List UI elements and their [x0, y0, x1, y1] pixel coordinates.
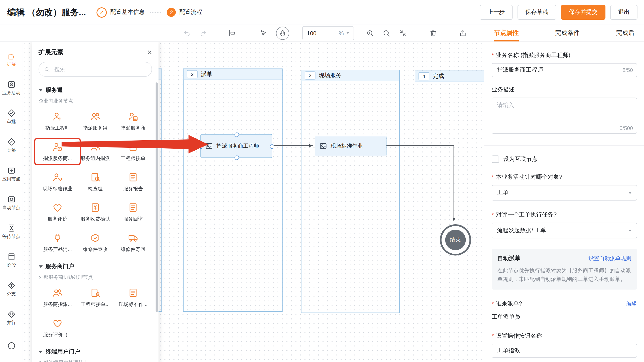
extension-item[interactable]: 指派服务商...: [39, 142, 76, 162]
extension-item[interactable]: 工程师接单: [114, 142, 152, 162]
panel-title: 扩展元素: [39, 48, 63, 56]
node-handle-right[interactable]: [270, 144, 274, 149]
section-title: 服务商门户: [46, 263, 74, 270]
sidebar-item[interactable]: 自动节点: [0, 188, 22, 217]
section-header[interactable]: 服务通: [39, 86, 152, 94]
step-done-check-icon[interactable]: ✓: [97, 7, 107, 17]
section-header[interactable]: 终端用户门户: [39, 348, 152, 356]
step-label-flow-config[interactable]: 配置流程: [179, 9, 202, 16]
export-icon[interactable]: [457, 27, 469, 39]
sidebar-item[interactable]: 扩展: [0, 45, 22, 73]
extension-item-label: 工程师接单...: [81, 301, 110, 308]
extension-item[interactable]: 服务收费确认: [76, 202, 114, 223]
button-name-label: *设置操作按钮名称: [492, 332, 637, 340]
flow-node-assign-provider-engineer[interactable]: 指派服务商工程师: [200, 134, 272, 158]
extension-item[interactable]: 服务商指派...: [39, 288, 76, 308]
undo-icon[interactable]: [181, 27, 193, 39]
which-ticket-select[interactable]: 流程发起数据/ 工单: [492, 223, 637, 238]
extension-item-icon: [52, 142, 63, 152]
zoom-control[interactable]: 100 %: [302, 26, 354, 40]
sidebar-item[interactable]: 审批: [0, 102, 22, 131]
previous-step-button[interactable]: 上一步: [480, 5, 513, 20]
extension-item[interactable]: 工程师接单...: [76, 288, 114, 308]
flow-node-end[interactable]: 结束: [440, 224, 471, 255]
search-input[interactable]: [54, 66, 147, 73]
auto-dispatch-rule-link[interactable]: 设置自动派单规则: [588, 255, 631, 262]
extension-item-icon: [90, 202, 101, 213]
extension-item-label: 服务报告: [123, 185, 143, 192]
extension-item[interactable]: 服务组内指派: [76, 142, 114, 162]
extension-item-label: 服务评价（...: [43, 331, 72, 338]
save-submit-button[interactable]: 保存并提交: [561, 5, 605, 20]
target-object-select[interactable]: 工单: [492, 185, 637, 201]
inspector-tab[interactable]: 节点属性: [494, 24, 519, 41]
extension-item[interactable]: 现场标准作业: [39, 172, 76, 192]
step-indicator: ✓ 配置基本信息 2 配置流程: [97, 7, 202, 17]
extension-item[interactable]: 维修件寄回: [114, 233, 152, 253]
extension-item[interactable]: 现场标准作...: [114, 288, 152, 308]
extension-item[interactable]: 服务报告: [114, 172, 152, 192]
step-number-badge[interactable]: 2: [167, 8, 176, 17]
business-name-input[interactable]: [492, 63, 637, 77]
node-handle-bottom[interactable]: [234, 155, 239, 160]
who-dispatch-edit-link[interactable]: 编辑: [626, 300, 637, 308]
node-handle-top[interactable]: [234, 132, 239, 137]
sidebar-item[interactable]: 分支: [0, 274, 22, 303]
extension-item[interactable]: 服务评价（...: [39, 318, 76, 339]
sidebar-item-icon: [7, 51, 16, 60]
extension-item[interactable]: 指派工程师: [39, 111, 76, 132]
sidebar-item[interactable]: 阶段: [0, 246, 22, 274]
extension-item[interactable]: 维修件签收: [76, 233, 114, 253]
align-icon[interactable]: [226, 27, 238, 39]
extension-item-icon: [90, 111, 101, 122]
section-header[interactable]: 服务商门户: [39, 263, 152, 270]
extension-elements-panel: 扩展元素 × 服务通 企业内业务节点 指派工程师: [32, 41, 158, 362]
flow-node-onsite-standard-work[interactable]: 现场标准作业: [314, 136, 386, 157]
node-palette-rail: 扩展 业务活动 审批 会签 应用: [0, 41, 23, 362]
sidebar-item[interactable]: 业务活动: [0, 73, 22, 102]
extension-item[interactable]: 服务产品消...: [39, 233, 76, 253]
sidebar-item[interactable]: 等待节点: [0, 217, 22, 246]
sidebar-item[interactable]: 会签: [0, 131, 22, 160]
auto-dispatch-panel: 自动派单 设置自动派单规则 在此节点优先执行指派对象为【服务商工程师】的自动派单…: [492, 249, 637, 289]
extension-item[interactable]: 检查组: [76, 172, 114, 192]
extension-item[interactable]: 指派服务组: [76, 111, 114, 132]
delete-icon[interactable]: [427, 27, 440, 39]
save-draft-button[interactable]: 保存草稿: [518, 5, 556, 20]
inspector-tab[interactable]: 完成后: [616, 24, 634, 41]
interlink-checkbox[interactable]: [492, 156, 499, 163]
extension-item-label: 服务产品消...: [43, 246, 72, 253]
palette-search[interactable]: [39, 62, 152, 77]
inspector-body: * 业务名称 (指派服务商工程师) 8/50 业务描述 0/500 设为互联节点…: [484, 42, 644, 362]
target-object-value: 工单: [497, 189, 508, 196]
extension-item[interactable]: 指派服务商: [114, 111, 152, 132]
fit-screen-icon[interactable]: [397, 27, 409, 39]
cursor-icon[interactable]: [257, 27, 270, 39]
zoom-in-icon[interactable]: [364, 27, 376, 39]
section-title: 终端用户门户: [46, 348, 80, 356]
extension-item[interactable]: 服务评价: [39, 202, 76, 223]
sidebar-item[interactable]: 并行: [0, 303, 22, 332]
sidebar-item[interactable]: [0, 332, 22, 361]
sidebar-item-label: 并行: [7, 320, 16, 325]
canvas-toolbar: 100 %: [0, 24, 484, 42]
close-icon[interactable]: ×: [147, 48, 152, 56]
inspector-tab[interactable]: 完成条件: [555, 24, 580, 41]
exit-button[interactable]: 退出: [610, 5, 638, 20]
section-subtitle: 外部服务商协助处理节点: [39, 274, 152, 281]
step-label-basic-info[interactable]: 配置基本信息: [110, 9, 145, 16]
zoom-out-icon[interactable]: [380, 27, 393, 39]
panel-scrollbar[interactable]: [156, 82, 158, 312]
step-separator-dots: [150, 12, 161, 13]
section-fuwutong: 服务通 企业内业务节点 指派工程师 指派服务组: [39, 86, 152, 253]
hand-icon[interactable]: [276, 26, 289, 39]
button-name-input[interactable]: [492, 344, 637, 358]
sidebar-list: 扩展 业务活动 审批 会签 应用: [0, 45, 22, 361]
extension-item[interactable]: 服务回访: [114, 202, 152, 223]
extension-item-icon: [128, 142, 138, 152]
business-desc-textarea[interactable]: [492, 98, 637, 134]
extension-item-icon: [90, 172, 101, 182]
redo-icon[interactable]: [197, 27, 210, 39]
node-handle-left[interactable]: [198, 144, 203, 149]
sidebar-item[interactable]: 应用节点: [0, 160, 22, 188]
